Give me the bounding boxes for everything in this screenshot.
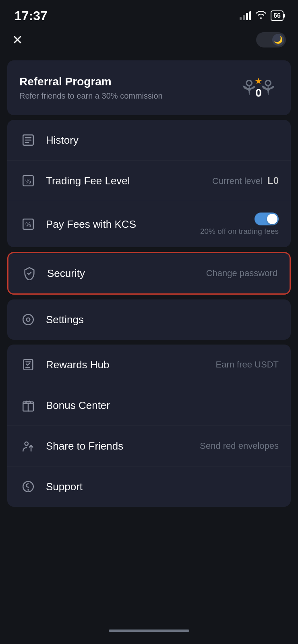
- wifi-icon: [255, 10, 267, 21]
- star-icon: ★: [255, 76, 263, 87]
- referral-text: Referral Program Refer friends to earn a…: [19, 75, 163, 101]
- referral-score: 0: [255, 87, 262, 99]
- security-item[interactable]: Security Change password: [8, 253, 290, 293]
- security-right-text: Change password: [206, 268, 277, 279]
- svg-point-15: [25, 442, 29, 446]
- settings-item[interactable]: Settings: [7, 299, 291, 340]
- dark-mode-toggle[interactable]: 🌙: [256, 32, 286, 47]
- referral-title: Referral Program: [19, 75, 163, 88]
- menu-group-1: History % Trading Fee Level Current leve…: [7, 120, 291, 247]
- pay-fees-toggle-label: 20% off on trading fees: [200, 227, 279, 236]
- home-indicator: [109, 630, 189, 632]
- share-friends-item[interactable]: Share to Friends Send red envelopes: [7, 426, 291, 466]
- status-bar: 17:37 66: [0, 0, 298, 28]
- rewards-hub-label: Rewards Hub: [46, 359, 110, 371]
- referral-subtitle: Refer friends to earn a 30% commission: [19, 91, 163, 101]
- support-label: Support: [46, 481, 83, 493]
- share-friends-label: Share to Friends: [46, 440, 123, 452]
- security-card[interactable]: Security Change password: [7, 252, 291, 295]
- settings-label: Settings: [46, 314, 84, 326]
- settings-icon: [19, 311, 37, 328]
- referral-badge: ⚘ ★ 0 ⚘: [238, 72, 279, 104]
- rewards-hub-item[interactable]: Rewards Hub Earn free USDT: [7, 345, 291, 385]
- pay-fees-label: Pay Fees with KCS: [46, 218, 136, 231]
- bonus-center-item[interactable]: Bonus Center: [7, 385, 291, 426]
- svg-point-9: [27, 318, 30, 322]
- pay-fees-icon: %: [19, 215, 37, 233]
- trading-fee-label: Trading Fee Level: [46, 175, 130, 187]
- history-item[interactable]: History: [7, 120, 291, 161]
- share-friends-icon: [19, 437, 37, 455]
- signal-icon: [240, 11, 251, 20]
- support-icon: [19, 478, 37, 495]
- security-icon: [21, 264, 38, 282]
- share-friends-right: Send red envelopes: [200, 441, 279, 451]
- svg-point-8: [23, 314, 33, 325]
- svg-text:%: %: [25, 221, 31, 228]
- pay-fees-item[interactable]: % Pay Fees with KCS 20% off on trading f…: [7, 201, 291, 247]
- pay-fees-toggle[interactable]: 20% off on trading fees: [200, 213, 279, 236]
- svg-rect-14: [23, 402, 33, 404]
- top-nav: ✕ 🌙: [0, 28, 298, 56]
- bottom-menu-group: Rewards Hub Earn free USDT Bonus Center: [7, 345, 291, 507]
- status-icons: 66: [240, 10, 284, 21]
- rewards-hub-right: Earn free USDT: [216, 359, 279, 370]
- history-icon: [19, 131, 37, 149]
- trading-fee-item[interactable]: % Trading Fee Level Current level L0: [7, 161, 291, 201]
- history-label: History: [46, 134, 79, 147]
- support-item[interactable]: Support: [7, 466, 291, 507]
- battery-icon: 66: [271, 10, 284, 21]
- rewards-hub-icon: [19, 356, 37, 374]
- svg-text:%: %: [25, 178, 31, 185]
- status-time: 17:37: [14, 8, 48, 23]
- settings-card: Settings: [7, 299, 291, 340]
- referral-card[interactable]: Referral Program Refer friends to earn a…: [7, 60, 291, 115]
- bonus-center-icon: [19, 396, 37, 414]
- trading-fee-icon: %: [19, 172, 37, 190]
- close-button[interactable]: ✕: [12, 33, 23, 46]
- battery-level: 66: [273, 12, 281, 19]
- security-label: Security: [47, 267, 85, 280]
- bottom-bar: [0, 621, 298, 644]
- trading-fee-value: Current level L0: [212, 175, 279, 186]
- dark-mode-icon: 🌙: [272, 34, 284, 46]
- bonus-center-label: Bonus Center: [46, 399, 110, 412]
